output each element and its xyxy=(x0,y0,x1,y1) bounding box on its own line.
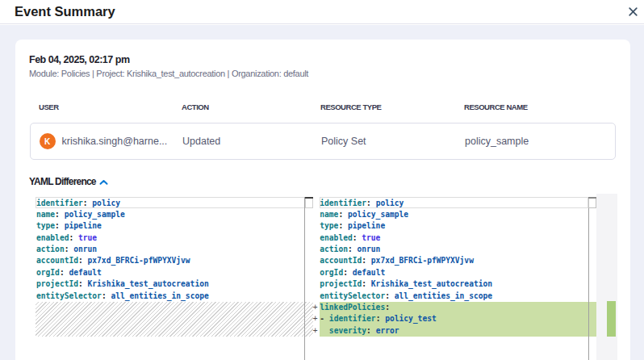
diff-missing-lines-hatch xyxy=(36,302,313,337)
yaml-difference-label: YAML Difference xyxy=(29,176,96,187)
diff-overview-ruler[interactable] xyxy=(596,194,617,360)
code-line: identifier: policy xyxy=(36,198,209,209)
insert-indicator: + xyxy=(313,313,318,324)
modified-scrollbar-thumb[interactable] xyxy=(588,199,596,208)
code-line-added: linkedPolicies: xyxy=(320,302,492,313)
original-scrollbar-border xyxy=(304,197,305,360)
code-line: action: onrun xyxy=(320,244,492,255)
code-line: orgId: default xyxy=(36,267,209,278)
code-line: name: policy_sample xyxy=(36,209,209,220)
code-line-added: severity: error xyxy=(320,325,492,337)
event-summary-dialog: Event Summary Feb 04, 2025, 02:17 pm Mod… xyxy=(0,0,644,360)
original-scrollbar-thumb[interactable] xyxy=(305,199,313,209)
row-resource-name: policy_sample xyxy=(465,123,529,159)
avatar: K xyxy=(40,133,56,149)
code-line: entitySelector: all_entities_in_scope xyxy=(36,291,209,302)
column-header-user: USER xyxy=(39,103,59,111)
close-icon xyxy=(629,7,638,16)
yaml-difference-section[interactable]: YAML Difference xyxy=(29,176,108,187)
table-row: K krishika.singh@harne... Updated Policy… xyxy=(30,123,616,160)
event-meta: Module: Policies | Project: Krishika_tes… xyxy=(29,69,308,78)
column-header-resource-type: RESOURCE TYPE xyxy=(320,103,381,111)
code-line: accountId: px7xd_BFRCi-pfWPYXVjvw xyxy=(36,255,209,266)
code-line-added: - identifier: policy_test xyxy=(320,313,492,324)
event-timestamp: Feb 04, 2025, 02:17 pm xyxy=(29,54,130,65)
diff-original-pane[interactable]: identifier: policyname: policy_sampletyp… xyxy=(36,198,209,303)
code-line: accountId: px7xd_BFRCi-pfWPYXVjvw xyxy=(320,255,492,266)
column-header-action: ACTION xyxy=(182,103,209,111)
code-line: orgId: default xyxy=(320,267,492,278)
code-line: projectId: Krishika_test_autocreation xyxy=(36,278,209,290)
code-line: type: pipeline xyxy=(36,220,209,232)
column-header-resource-name: RESOURCE NAME xyxy=(464,103,528,111)
modified-scrollbar-border xyxy=(588,197,589,360)
code-line: entitySelector: all_entities_in_scope xyxy=(320,291,492,302)
row-resource-type: Policy Set xyxy=(321,123,366,159)
code-line: projectId: Krishika_test_autocreation xyxy=(320,278,492,290)
insert-indicator: + xyxy=(313,302,318,313)
dialog-header: Event Summary xyxy=(0,0,644,24)
diff-insert-indicators: +++ xyxy=(313,302,318,337)
code-line: name: policy_sample xyxy=(320,209,492,220)
code-line: identifier: policy xyxy=(320,198,492,209)
diff-modified-pane[interactable]: identifier: policyname: policy_sampletyp… xyxy=(320,198,492,337)
row-user: krishika.singh@harne... xyxy=(62,123,168,159)
code-line: action: onrun xyxy=(36,244,209,255)
code-line: enabled: true xyxy=(36,232,209,244)
yaml-diff-editor: identifier: policyname: policy_sampletyp… xyxy=(0,194,644,360)
code-line: type: pipeline xyxy=(320,220,492,232)
chevron-up-icon xyxy=(99,179,108,186)
row-action: Updated xyxy=(182,123,220,159)
insert-indicator: + xyxy=(313,325,318,337)
code-line: enabled: true xyxy=(320,232,492,244)
close-button[interactable] xyxy=(625,3,641,19)
overview-insert-mark xyxy=(607,301,617,337)
dialog-title: Event Summary xyxy=(15,4,115,19)
